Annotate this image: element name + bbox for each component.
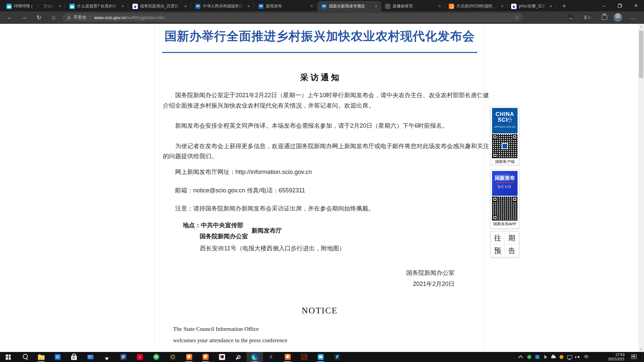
tray-b-app-icon[interactable]: b (541, 352, 549, 362)
tab-baidu-search-scio[interactable]: 国务院新闻办_百度搜 × (129, 1, 191, 11)
forward-icon[interactable]: → (19, 11, 30, 23)
tab-bilibili-video[interactable]: 什么是股票? 你真的懂 × (66, 1, 128, 11)
qr-label: 国新客户端 (492, 159, 518, 164)
tab-baidu-search-prtsc[interactable]: prtsc在哪_百度搜索 × (507, 1, 556, 11)
baidu-icon (132, 4, 138, 9)
show-desktop-strip[interactable] (642, 352, 644, 362)
steam-icon (235, 354, 241, 360)
tray-ime-indicator[interactable]: 中 (582, 352, 590, 362)
tab-close-icon[interactable]: × (373, 4, 379, 9)
url-host[interactable]: www.scio.gov.cn (94, 15, 126, 20)
scio-release-app-widget[interactable]: 国新发布 SCIO 国新发布APP (490, 169, 519, 229)
qr-label: 国新发布APP (492, 222, 518, 227)
taskbar-edge[interactable] (247, 352, 263, 362)
tab-press-preview-active[interactable]: 国新办新闻发布预告 × (318, 1, 381, 11)
notice-url-line: 网上新闻发布厅网址：http://information.scio.gov.cn (175, 168, 312, 176)
tab-title: 国务院新闻办_百度搜 (140, 3, 180, 9)
tab-close-icon[interactable]: × (499, 4, 505, 9)
document-icon (55, 354, 61, 360)
favorites-bar-icon[interactable]: ☆ (584, 11, 594, 23)
taskbar-chat-app[interactable] (312, 352, 329, 362)
past-previews-widget[interactable]: 往 期 预 告 (490, 231, 519, 257)
taskbar-card-game[interactable] (214, 352, 230, 362)
security-label[interactable]: 不安全 (73, 14, 87, 20)
taskbar-steam[interactable] (230, 352, 247, 362)
notice-paragraph: 新闻发布会安排全程英文同声传译。本场发布会需报名参加，请于2月20日（星期六）下… (175, 122, 448, 130)
edge-icon (252, 354, 258, 360)
tab-new-tab-page[interactable]: 新建标签页 × (381, 1, 445, 11)
taskbar-clock[interactable]: 17:53 2021/2/21 (599, 353, 625, 361)
start-button[interactable] (0, 352, 16, 362)
taskbar-stock-app-3[interactable] (279, 352, 296, 362)
taskbar-stock-app-1[interactable] (181, 352, 197, 362)
bilibili-icon (69, 4, 75, 9)
scio-release-logo: 国新发布 SCIO (492, 171, 518, 196)
favorite-star-icon[interactable]: ☆ (515, 15, 519, 20)
tab-title: 国新办新闻发布预告 (329, 3, 371, 9)
extensions-icon[interactable] (565, 11, 576, 23)
tab-title: 大北农(002385)股吧_大 (457, 3, 497, 9)
window-restore-button[interactable] (612, 0, 628, 11)
taskbar-qq[interactable] (99, 352, 115, 362)
page-scrollbar[interactable]: ▲ ▼ (638, 24, 644, 352)
window-close-button[interactable]: × (628, 0, 644, 11)
tray-expand-button[interactable] (517, 352, 525, 362)
china-scio-app-widget[interactable]: CHINA SCI APP.SCIO.GOV.CN 国新客户端 (490, 106, 519, 165)
taskbar-microsoft-store[interactable] (66, 352, 82, 362)
location-address-line: 西长安街11号（电报大楼西侧入口步行进出，附地图） (200, 245, 345, 252)
taskbar-game-app[interactable]: 梦 (115, 352, 131, 362)
collections-icon[interactable] (599, 11, 610, 23)
taskbar-netease-music[interactable]: ♪ (131, 352, 148, 362)
tray-cloud-icon[interactable] (549, 352, 557, 362)
taskbar-search-button[interactable] (16, 352, 33, 362)
playing-cards-icon (219, 354, 225, 360)
qr-code-scio-release (492, 196, 518, 221)
tab-close-icon[interactable]: × (309, 4, 314, 9)
tab-close-icon[interactable]: × (57, 4, 62, 9)
reload-icon[interactable]: ↻ (34, 11, 44, 23)
window-minimize-button[interactable]: – (596, 0, 612, 11)
scrollbar-thumb[interactable] (639, 31, 643, 78)
home-icon[interactable]: ⌂ (48, 11, 59, 23)
tray-volume-icon[interactable] (574, 352, 582, 362)
back-icon[interactable]: ← (4, 11, 15, 23)
location-line-2: 国务院新闻办公室 (200, 233, 248, 240)
taskbar-mail[interactable] (82, 352, 99, 362)
scroll-down-icon[interactable]: ▼ (638, 347, 644, 352)
notification-center-icon[interactable] (631, 354, 637, 359)
tab-close-icon[interactable]: × (183, 4, 188, 9)
notice-paragraph: 介绍全面推进乡村振兴加快农业农村现代化有关情况，并答记者问。欢迎出席。 (163, 102, 374, 110)
taskbar-ring-game[interactable] (164, 352, 181, 362)
url-path[interactable]: /xwfbh/yg/index.htm (126, 15, 165, 20)
taskbar-dark-game[interactable]: € (263, 352, 279, 362)
profile-avatar[interactable] (613, 13, 622, 22)
scroll-up-icon[interactable]: ▲ (638, 24, 644, 29)
taskbar-green-app[interactable] (148, 352, 164, 362)
taskbar-wegame[interactable] (329, 352, 345, 362)
taskbar-strategy-game[interactable] (296, 352, 312, 362)
taskbar-document-app[interactable] (49, 352, 66, 362)
tab-bilibili-home[interactable]: 哔哩哔哩 ( ゜- ゜)つロ 干 × (3, 1, 65, 11)
tab-close-icon[interactable]: × (120, 4, 125, 9)
tray-green-app-icon[interactable] (525, 352, 533, 362)
tray-blue-app-icon[interactable] (533, 352, 541, 362)
english-line-2: welcomes your attendance to the press co… (173, 337, 287, 344)
taskbar-file-explorer[interactable] (33, 352, 49, 362)
address-bar[interactable]: ⚠ 不安全 | www.scio.gov.cn /xwfbh/yg/index.… (62, 13, 523, 22)
tab-stock-forum[interactable]: 大北农(002385)股吧_大 × (445, 1, 507, 11)
tab-news-release[interactable]: 新闻发布 × (255, 1, 317, 11)
notice-paragraph: 国务院新闻办公室定于2021年2月22日（星期一）上午10时举行新闻发布会，请中… (175, 92, 489, 99)
tray-display-icon[interactable] (566, 352, 574, 362)
new-tab-button[interactable]: + (559, 2, 569, 10)
tab-close-icon[interactable]: × (548, 4, 553, 9)
tab-close-icon[interactable]: × (246, 4, 251, 9)
notice-heading: 采 访 通 知 (155, 72, 485, 83)
tab-close-icon[interactable]: × (437, 4, 442, 9)
tab-title: 新闻发布 (266, 3, 307, 9)
settings-menu-icon[interactable]: … (627, 11, 638, 23)
flame-icon (285, 354, 291, 360)
tab-gov-site[interactable]: 中华人民共和国国务院 × (192, 1, 254, 11)
eastmoney-icon (449, 4, 454, 9)
taskbar-stock-app-2[interactable] (197, 352, 214, 362)
tray-orange-app-icon[interactable] (557, 352, 566, 362)
